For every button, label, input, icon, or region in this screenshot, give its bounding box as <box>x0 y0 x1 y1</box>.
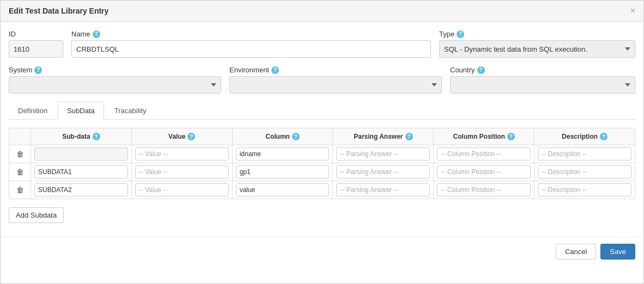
id-group: ID <box>9 30 63 58</box>
parsing-answer-cell <box>333 181 434 199</box>
form-row-2: System ? Environment ? Country <box>9 66 635 94</box>
parsing-answer-help-icon[interactable]: ? <box>405 133 413 140</box>
country-label: Country ? <box>450 66 635 74</box>
subdata-cell <box>31 181 132 199</box>
delete-cell: 🗑 <box>9 145 31 163</box>
table-row: 🗑 <box>9 181 635 199</box>
delete-row-button[interactable]: 🗑 <box>14 184 26 195</box>
modal-container: Edit Test Data Library Entry × ID Name ?… <box>0 0 644 284</box>
environment-select[interactable] <box>229 76 442 94</box>
column-input[interactable] <box>236 147 330 160</box>
environment-help-icon[interactable]: ? <box>271 66 279 74</box>
type-group: Type ? SQL - Dynamic test data from SQL … <box>439 30 635 58</box>
description-input[interactable] <box>538 183 631 196</box>
subdata-input[interactable] <box>34 183 128 196</box>
name-group: Name ? <box>71 30 431 58</box>
id-field <box>9 40 63 58</box>
value-input[interactable] <box>135 183 229 196</box>
parsing-answer-input[interactable] <box>336 147 430 160</box>
delete-row-button[interactable]: 🗑 <box>14 166 26 177</box>
parsing-answer-input[interactable] <box>336 183 430 196</box>
value-cell <box>131 163 232 181</box>
modal-title: Edit Test Data Library Entry <box>9 7 108 15</box>
table-row: 🗑 <box>9 163 635 181</box>
value-cell <box>131 181 232 199</box>
column-cell <box>232 145 333 163</box>
description-cell <box>534 163 635 181</box>
column-position-cell <box>434 181 534 199</box>
form-row-1: ID Name ? Type ? SQL - Dynamic test data… <box>9 30 635 58</box>
column-position-cell <box>434 145 534 163</box>
subdata-cell <box>31 145 132 163</box>
country-select[interactable] <box>450 76 635 94</box>
column-cell <box>232 181 333 199</box>
parsing-answer-input[interactable] <box>336 165 430 178</box>
table-header-row: Sub-data ? Value ? Column ? <box>9 128 635 145</box>
system-group: System ? <box>9 66 221 94</box>
delete-row-button[interactable]: 🗑 <box>14 149 26 159</box>
name-field[interactable] <box>71 40 431 58</box>
th-column: Column ? <box>232 128 333 145</box>
column-input[interactable] <box>236 165 330 178</box>
th-column-position: Column Position ? <box>434 128 534 145</box>
modal-header: Edit Test Data Library Entry × <box>1 1 643 22</box>
column-help-icon[interactable]: ? <box>292 133 300 140</box>
parsing-answer-cell <box>333 145 434 163</box>
th-subdata: Sub-data ? <box>31 128 132 145</box>
th-value: Value ? <box>131 128 232 145</box>
subdata-table: Sub-data ? Value ? Column ? <box>9 128 635 199</box>
subdata-input[interactable] <box>34 147 128 160</box>
table-row: 🗑 <box>9 145 635 163</box>
subdata-help-icon[interactable]: ? <box>93 133 100 140</box>
close-button[interactable]: × <box>630 6 635 16</box>
id-label: ID <box>9 30 63 38</box>
name-label: Name ? <box>71 30 431 38</box>
type-label: Type ? <box>439 30 635 38</box>
system-select[interactable] <box>9 76 221 94</box>
column-position-input[interactable] <box>437 183 531 196</box>
tabs-bar: Definition SubData Tracability <box>9 102 635 120</box>
system-help-icon[interactable]: ? <box>34 66 42 74</box>
column-position-cell <box>434 163 534 181</box>
description-input[interactable] <box>538 147 631 160</box>
delete-cell: 🗑 <box>9 163 31 181</box>
column-input[interactable] <box>236 183 330 196</box>
environment-label: Environment ? <box>229 66 442 74</box>
subdata-input[interactable] <box>34 165 128 178</box>
column-position-input[interactable] <box>437 147 531 160</box>
modal-body: ID Name ? Type ? SQL - Dynamic test data… <box>1 22 643 231</box>
parsing-answer-cell <box>333 163 434 181</box>
description-cell <box>534 145 635 163</box>
tab-tracability[interactable]: Tracability <box>105 102 156 119</box>
save-button[interactable]: Save <box>600 244 635 260</box>
add-subdata-button[interactable]: Add Subdata <box>9 207 64 223</box>
modal-footer: Cancel Save <box>1 237 643 266</box>
subdata-cell <box>31 163 132 181</box>
th-delete <box>9 128 31 145</box>
column-position-help-icon[interactable]: ? <box>507 133 515 140</box>
value-cell <box>131 145 232 163</box>
th-parsing-answer: Parsing Answer ? <box>333 128 434 145</box>
system-label: System ? <box>9 66 221 74</box>
tab-subdata[interactable]: SubData <box>58 102 104 120</box>
value-input[interactable] <box>135 147 229 160</box>
type-select[interactable]: SQL - Dynamic test data from SQL executi… <box>439 40 635 58</box>
th-description: Description ? <box>534 128 635 145</box>
description-cell <box>534 181 635 199</box>
country-group: Country ? <box>450 66 635 94</box>
type-help-icon[interactable]: ? <box>457 30 464 38</box>
environment-group: Environment ? <box>229 66 442 94</box>
cancel-button[interactable]: Cancel <box>556 244 596 260</box>
name-help-icon[interactable]: ? <box>93 30 100 38</box>
delete-cell: 🗑 <box>9 181 31 199</box>
value-help-icon[interactable]: ? <box>187 133 195 140</box>
tab-definition[interactable]: Definition <box>9 102 57 119</box>
column-position-input[interactable] <box>437 165 531 178</box>
value-input[interactable] <box>135 165 229 178</box>
description-input[interactable] <box>538 165 631 178</box>
column-cell <box>232 163 333 181</box>
country-help-icon[interactable]: ? <box>477 66 485 74</box>
description-help-icon[interactable]: ? <box>600 133 607 140</box>
